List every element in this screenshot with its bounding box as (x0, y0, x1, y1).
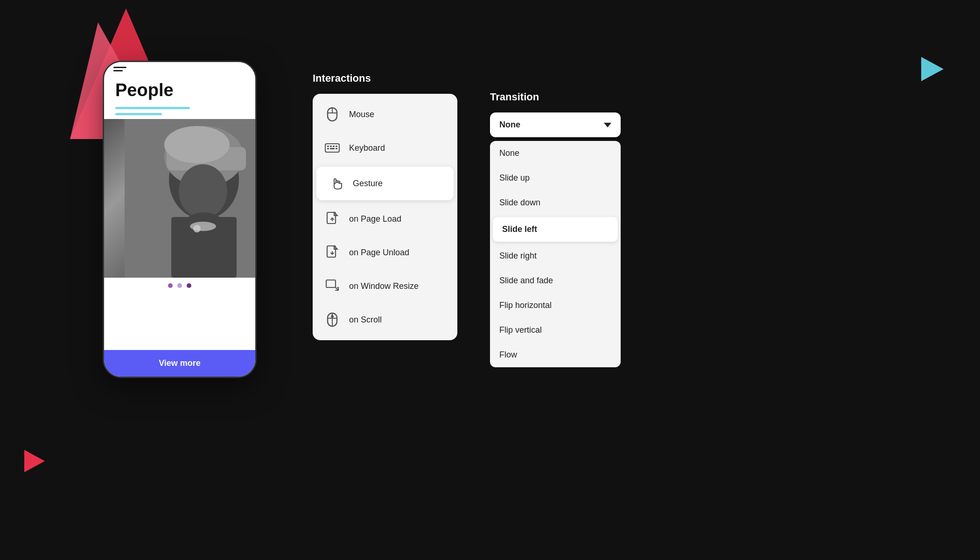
svg-rect-18 (327, 146, 329, 147)
transition-option-flow[interactable]: Flow (490, 343, 621, 367)
phone-subtitle-line-short (115, 113, 162, 115)
svg-rect-20 (333, 146, 335, 147)
mouse-icon (324, 106, 341, 123)
window-resize-label: on Window Resize (349, 281, 419, 291)
transition-options-list: None Slide up Slide down Slide left Slid… (490, 141, 621, 367)
mouse-label: Mouse (349, 110, 374, 119)
phone-title: People (115, 81, 244, 100)
transition-option-slide-fade[interactable]: Slide and fade (490, 268, 621, 293)
transition-option-slide-down[interactable]: Slide down (490, 190, 621, 215)
page-unload-icon (324, 244, 341, 261)
phone-menu-icon (113, 64, 126, 74)
svg-point-31 (331, 315, 334, 318)
interaction-item-gesture[interactable]: Gesture (316, 167, 454, 200)
phone-status-bar (104, 62, 255, 76)
svg-marker-2 (921, 57, 944, 81)
svg-rect-23 (330, 148, 335, 149)
phone-image (104, 119, 255, 278)
interaction-item-window-resize[interactable]: on Window Resize (313, 269, 457, 303)
svg-rect-21 (336, 146, 337, 147)
svg-rect-24 (336, 148, 337, 149)
interaction-item-page-unload[interactable]: on Page Unload (313, 236, 457, 269)
interaction-item-page-load[interactable]: on Page Load (313, 202, 457, 236)
transition-title: Transition (490, 91, 621, 103)
svg-point-9 (179, 164, 227, 218)
transition-selected-label: None (499, 120, 520, 130)
transition-option-slide-up[interactable]: Slide up (490, 166, 621, 190)
interaction-item-mouse[interactable]: Mouse (313, 98, 457, 131)
svg-marker-3 (24, 450, 45, 472)
scroll-label: on Scroll (349, 315, 382, 325)
svg-point-13 (193, 225, 201, 232)
keyboard-label: Keyboard (349, 143, 385, 153)
cyan-triangle-decoration (921, 57, 944, 81)
phone-subtitle-line-long (115, 107, 190, 109)
scroll-icon (324, 311, 341, 328)
svg-point-8 (164, 126, 230, 163)
transition-dropdown[interactable]: None (490, 112, 621, 137)
phone-carousel-dots (104, 278, 255, 292)
transition-option-slide-right[interactable]: Slide right (490, 244, 621, 268)
svg-rect-19 (330, 146, 332, 147)
carousel-dot-2 (177, 283, 182, 288)
portrait-illustration (125, 119, 255, 278)
carousel-dot-3 (187, 283, 191, 288)
page-load-icon (324, 210, 341, 227)
page-unload-label: on Page Unload (349, 248, 409, 258)
interaction-item-keyboard[interactable]: Keyboard (313, 131, 457, 165)
transition-option-slide-left[interactable]: Slide left (493, 217, 618, 242)
gesture-icon (328, 175, 344, 192)
transition-option-flip-vertical[interactable]: Flip vertical (490, 318, 621, 343)
interactions-title: Interactions (313, 72, 457, 84)
interactions-panel: Interactions Mouse (313, 72, 457, 340)
window-resize-icon (324, 278, 341, 294)
phone-mockup: People (103, 61, 257, 378)
gesture-label: Gesture (353, 179, 383, 189)
svg-rect-27 (326, 280, 336, 287)
view-more-button[interactable]: View more (104, 350, 255, 377)
chevron-down-icon (604, 123, 611, 127)
carousel-dot-1 (168, 283, 173, 288)
keyboard-icon (324, 140, 341, 156)
interaction-item-scroll[interactable]: on Scroll (313, 303, 457, 336)
transition-option-none[interactable]: None (490, 141, 621, 166)
svg-rect-22 (327, 148, 329, 149)
phone-content: People (104, 76, 255, 115)
red-play-decoration (24, 450, 45, 472)
interactions-list: Mouse Keyboard (313, 94, 457, 340)
transition-panel: Transition None None Slide up Slide down… (490, 91, 621, 367)
page-load-label: on Page Load (349, 214, 401, 224)
transition-option-flip-horizontal[interactable]: Flip horizontal (490, 293, 621, 318)
